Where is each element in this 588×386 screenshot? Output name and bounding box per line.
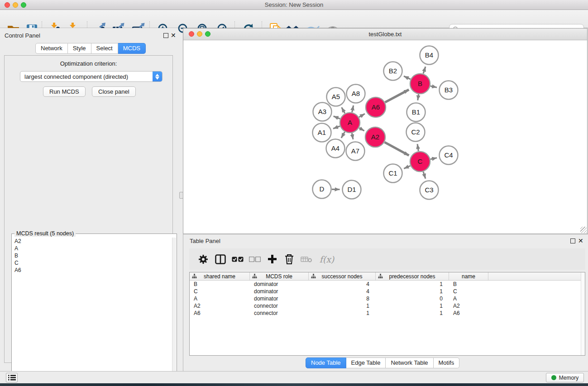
task-history-button[interactable] [6, 373, 18, 382]
graph-edge-B-B3[interactable] [430, 86, 437, 87]
graph-node-B2[interactable]: B2 [384, 62, 402, 81]
result-item-a2[interactable]: A2 [12, 238, 172, 245]
graph-node-A2[interactable]: A2 [365, 127, 385, 147]
run-mcds-button[interactable]: Run MCDS [43, 86, 86, 97]
delete-column-button[interactable] [281, 251, 298, 268]
column-label: successor nodes [321, 273, 362, 280]
graph-node-B4[interactable]: B4 [420, 46, 439, 65]
tab-style[interactable]: Style [68, 43, 91, 54]
memory-button[interactable]: Memory [546, 373, 584, 382]
window-resize-grip[interactable] [580, 227, 587, 233]
svg-text:B1: B1 [412, 108, 420, 116]
graph-node-B[interactable]: B [410, 74, 430, 94]
float-panel-button[interactable] [163, 33, 168, 38]
table-row[interactable]: A2connector11A2 [190, 302, 585, 310]
graph-node-D1[interactable]: D1 [343, 181, 361, 199]
graph-edge-A6-B[interactable] [385, 90, 409, 102]
graph-edge-C-C3[interactable] [423, 172, 425, 178]
mcds-list-scrollbar[interactable] [172, 238, 176, 386]
table-close-button[interactable]: ✕ [578, 238, 583, 243]
graph-edge-B-B1[interactable] [418, 94, 419, 100]
graph-node-B1[interactable]: B1 [407, 103, 425, 122]
graph-node-A3[interactable]: A3 [313, 103, 332, 121]
result-item-b[interactable]: B [12, 252, 172, 259]
graph-edge-C-C1[interactable] [404, 166, 410, 168]
graph-edge-A-A4[interactable] [341, 132, 345, 138]
session-title: Session: New Session [0, 1, 588, 8]
column-header-predecessor-nodes[interactable]: predecessor nodes [376, 272, 449, 280]
graph-edge-A-A1[interactable] [333, 126, 340, 129]
tab-network[interactable]: Network [35, 43, 68, 54]
result-item-a[interactable]: A [12, 245, 172, 252]
column-header-successor-nodes[interactable]: successor nodes [309, 272, 376, 280]
cell-successor-nodes: 8 [309, 295, 376, 302]
table-tab-motifs[interactable]: Motifs [434, 357, 460, 368]
column-header-name[interactable]: name [449, 272, 488, 280]
deselect-all-button[interactable] [246, 251, 263, 268]
table-row[interactable]: Bdominator41B [190, 281, 585, 288]
tab-select[interactable]: Select [91, 43, 118, 54]
graph-node-A6[interactable]: A6 [366, 97, 386, 117]
graph-edge-A-A7[interactable] [352, 133, 353, 139]
cell-mcds-role: dominator [250, 295, 309, 302]
trash-icon [284, 254, 294, 265]
graph-edge-A-A8[interactable] [352, 105, 354, 112]
graph-node-A7[interactable]: A7 [346, 142, 365, 161]
graph-node-B3[interactable]: B3 [440, 81, 458, 100]
table-settings-button[interactable] [195, 251, 212, 268]
control-panel: Control Panel ✕ NetworkStyleSelectMCDS O… [0, 28, 177, 371]
show-columns-button[interactable] [212, 251, 229, 268]
svg-text:A: A [348, 119, 352, 126]
graph-node-D[interactable]: D [313, 180, 331, 199]
svg-text:B4: B4 [425, 51, 433, 59]
graph-edge-A-A2[interactable] [359, 128, 364, 131]
graph-node-C3[interactable]: C3 [420, 181, 439, 200]
graph-node-A4[interactable]: A4 [326, 139, 345, 158]
graph-node-C1[interactable]: C1 [384, 164, 402, 183]
graph-edge-A2-C[interactable] [385, 142, 409, 155]
close-panel-button[interactable]: ✕ [171, 33, 176, 38]
graph-node-A[interactable]: A [340, 113, 360, 133]
graph-node-A1[interactable]: A1 [313, 124, 331, 142]
graph-edge-B-B2[interactable] [404, 76, 411, 79]
graph-edge-C-C4[interactable] [430, 158, 437, 159]
table-row[interactable]: Adominator80A [190, 295, 585, 302]
network-canvas[interactable]: AA1A2A3A4A5A6A7A8BB1B2B3B4CC1C2C3C4DD1 [183, 40, 587, 234]
table-row[interactable]: A6connector11A6 [190, 310, 585, 317]
result-item-a6[interactable]: A6 [12, 267, 172, 274]
table-tab-node-table[interactable]: Node Table [306, 357, 346, 368]
tab-mcds[interactable]: MCDS [118, 43, 146, 54]
graph-node-C[interactable]: C [410, 152, 430, 172]
table-tab-network-table[interactable]: Network Table [386, 357, 433, 368]
function-builder-button[interactable]: f(x) [315, 251, 339, 268]
graph-node-C4[interactable]: C4 [440, 146, 458, 165]
table-float-button[interactable] [570, 238, 575, 243]
column-label: predecessor nodes [389, 273, 435, 280]
delete-table-button[interactable] [298, 251, 315, 268]
graph-node-A8[interactable]: A8 [347, 85, 365, 103]
graph-node-A5[interactable]: A5 [327, 88, 345, 106]
table-header-row: shared nameMCDS rolesuccessor nodesprede… [190, 272, 585, 281]
add-column-button[interactable] [263, 251, 281, 268]
table-tab-edge-table[interactable]: Edge Table [346, 357, 386, 368]
network-window-titlebar[interactable]: testGlobe.txt [183, 29, 587, 40]
graph-edge-A-A3[interactable] [334, 116, 340, 119]
graph-edge-A-A6[interactable] [359, 114, 365, 117]
graph-edge-C-C2[interactable] [417, 144, 418, 151]
control-panel-title: Control Panel [5, 32, 40, 39]
svg-text:B: B [418, 80, 422, 87]
table-row[interactable]: Cdominator41C [190, 288, 585, 295]
column-header-mcds-role[interactable]: MCDS role [250, 272, 309, 280]
criterion-dropdown[interactable]: largest connected component (directed) [20, 71, 163, 82]
graph-edge-B-B4[interactable] [423, 67, 425, 73]
table-scrollbar[interactable] [581, 272, 585, 355]
select-all-button[interactable] [229, 251, 246, 268]
delete-table-icon [301, 256, 312, 263]
result-item-c[interactable]: C [12, 259, 172, 267]
graph-edge-A-A5[interactable] [342, 107, 345, 113]
close-mcds-panel-button[interactable]: Close panel [92, 86, 136, 97]
svg-text:C4: C4 [444, 151, 453, 159]
graph-node-C2[interactable]: C2 [406, 123, 425, 142]
column-header-shared-name[interactable]: shared name [190, 272, 250, 280]
cell-name: A [449, 295, 488, 302]
